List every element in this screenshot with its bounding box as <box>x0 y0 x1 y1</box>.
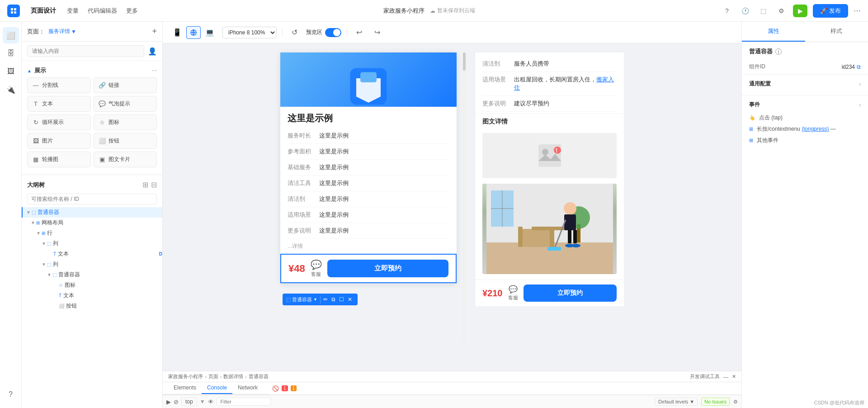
help-icon[interactable]: ? <box>721 5 733 17</box>
sp-kefu-text: 客服 <box>508 294 518 301</box>
tree-item-text1[interactable]: T 文本 D <box>22 249 162 259</box>
nav-more[interactable]: 更多 <box>126 7 138 15</box>
component-image[interactable]: 🖼 图片 <box>27 133 91 149</box>
tree-item-grid[interactable]: ▼ ⊞ 网格布局 <box>22 218 162 228</box>
search-input[interactable] <box>27 45 144 57</box>
dev-stop-icon[interactable]: ⊘ <box>174 399 179 405</box>
sp-value-cleaner: 服务人员携带 <box>514 60 617 68</box>
canvas-area: 这里是示例 服务时长 这里是示例 参考面积 这里是示例 <box>163 43 741 371</box>
info-label-tools: 清洁工具 <box>288 179 319 187</box>
dev-settings-icon[interactable]: ⚙ <box>733 399 738 405</box>
sp-book-button[interactable]: 立即预约 <box>524 285 617 302</box>
sp-photo-inner <box>482 184 617 274</box>
svg-rect-0 <box>11 8 13 10</box>
dev-play-icon[interactable]: ▶ <box>166 399 171 405</box>
device-select[interactable]: iPhone 8 100% <box>222 27 277 38</box>
right-tab-props[interactable]: 属性 <box>742 22 805 42</box>
publish-button[interactable]: 🚀 发布 <box>813 4 848 18</box>
refresh-icon[interactable]: ↺ <box>288 26 301 39</box>
component-button[interactable]: ⬜ 按钮 <box>94 133 157 149</box>
copy-id-icon[interactable]: ⧉ <box>857 64 861 70</box>
tree-item-text2[interactable]: T 文本 <box>22 290 162 301</box>
undo-icon[interactable]: ↩ <box>353 26 365 39</box>
mobile-device-btn[interactable]: 📱 <box>170 26 184 39</box>
component-link[interactable]: 🔗 链接 <box>94 77 157 93</box>
dev-tools-close-icon[interactable]: ✕ <box>732 374 736 380</box>
more-options-icon[interactable]: ⋯ <box>854 6 861 15</box>
canvas-scrollbar[interactable] <box>463 52 466 342</box>
tap-event: 👆 点击 (tap) <box>749 112 861 123</box>
outline-expand-icon[interactable]: ⊞ <box>142 180 148 189</box>
dev-ban-icon[interactable]: 🚫 <box>272 385 279 392</box>
redo-icon[interactable]: ↪ <box>371 26 383 39</box>
component-info-icon[interactable]: i <box>775 48 782 55</box>
component-divider[interactable]: — 分割线 <box>27 77 91 93</box>
info-row-more: 更多说明 这里是示例 <box>288 223 449 239</box>
tree-item-row[interactable]: ▼ ⊞ 行 <box>22 228 162 238</box>
responsive-device-btn[interactable] <box>186 26 201 39</box>
general-config-arrow: › <box>859 81 861 87</box>
default-levels[interactable]: Default levels ▼ <box>655 398 698 406</box>
tree-item-col1[interactable]: ▼ ⬚ 列 <box>22 238 162 249</box>
component-loop[interactable]: ↻ 循环展示 <box>27 114 91 130</box>
top-select[interactable]: top <box>181 397 197 406</box>
filter-input[interactable] <box>217 398 271 406</box>
nav-code-editor[interactable]: 代码编辑器 <box>88 7 117 15</box>
tree-item-btn[interactable]: ⬜ 按钮 <box>22 301 162 311</box>
component-tooltip[interactable]: 💬 气泡提示 <box>94 96 157 112</box>
tree-item-col2[interactable]: ▼ ⬚ 列 <box>22 259 162 270</box>
sp-bottom-bar: ¥210 💬 客服 立即预约 <box>475 280 624 306</box>
page-dropdown[interactable]: 服务详情 ▼ <box>48 28 76 35</box>
sidebar-data-icon[interactable]: 🗄 <box>3 45 19 62</box>
section-collapse-icon[interactable]: ⋯ <box>151 67 157 74</box>
template-icon[interactable]: ⬚ <box>757 5 769 17</box>
sidebar-plugin-icon[interactable]: 🔌 <box>3 81 19 98</box>
dev-tab-network[interactable]: Network <box>232 382 263 394</box>
tree-icon-container2: ⬚ <box>52 272 57 277</box>
sidebar-media-icon[interactable]: 🖼 <box>3 63 19 80</box>
top-bar-center: 家政服务小程序 ☁ 暂未保存到云端 <box>149 7 710 15</box>
dev-tab-elements[interactable]: Elements <box>168 382 202 394</box>
component-text[interactable]: T 文本 <box>27 96 91 112</box>
paste-icon[interactable]: ☐ <box>338 295 345 304</box>
tap-event-icon: 👆 <box>749 115 755 121</box>
book-button[interactable]: 立即预约 <box>327 260 448 277</box>
copy-sel-icon[interactable]: ⧉ <box>330 295 336 304</box>
component-icon[interactable]: ☆ 图标 <box>94 114 157 130</box>
info-value-basic: 这里是示例 <box>319 163 449 171</box>
general-config-header[interactable]: 通用配置 › <box>749 78 861 91</box>
tree-item-icon[interactable]: ☆ 图标 <box>22 280 162 290</box>
outline-collapse-icon[interactable]: ⊟ <box>151 180 157 189</box>
edit-icon[interactable]: ✏ <box>322 295 329 304</box>
delete-icon[interactable]: ✕ <box>347 295 353 304</box>
play-icon[interactable]: ▶ <box>793 5 807 17</box>
component-card[interactable]: ▣ 图文卡片 <box>94 152 157 167</box>
component-carousel[interactable]: ▦ 轮播图 <box>27 152 91 167</box>
preview-switch[interactable] <box>325 28 341 37</box>
events-header[interactable]: 事件 › <box>749 99 861 112</box>
nav-variable[interactable]: 变量 <box>67 7 79 15</box>
add-page-button[interactable]: + <box>152 27 157 36</box>
dev-tab-console[interactable]: Console <box>202 382 232 394</box>
tree-item-container2[interactable]: ▼ ⬚ 普通容器 <box>22 270 162 280</box>
phone-mockup-container: 这里是示例 服务时长 这里是示例 参考面积 这里是示例 <box>280 52 457 283</box>
tree-item-container[interactable]: ▼ ⬚ 普通容器 <box>22 207 162 218</box>
info-value-scene: 这里是示例 <box>319 211 449 219</box>
info-value-cleaner: 这里是示例 <box>319 195 449 203</box>
sp-kefu-btn[interactable]: 💬 客服 <box>508 285 518 301</box>
clock-icon[interactable]: 🕐 <box>739 5 751 17</box>
bottom-bar[interactable]: ¥48 💬 客服 立即预约 <box>280 254 457 283</box>
section-header[interactable]: ▲ 展示 ⋯ <box>22 65 162 77</box>
dev-tools-min-icon[interactable]: — <box>723 374 728 380</box>
kefu-button[interactable]: 💬 客服 <box>311 259 322 278</box>
right-tab-style[interactable]: 样式 <box>805 22 868 42</box>
sidebar-pages-icon[interactable]: ⬜ <box>3 27 19 43</box>
outline-search-input[interactable] <box>27 194 157 204</box>
settings-icon[interactable]: ⚙ <box>775 5 788 17</box>
sidebar-help-icon[interactable]: ? <box>3 386 19 403</box>
loop-icon: ↻ <box>32 119 39 126</box>
preview-toggle: 预览区 <box>306 28 341 37</box>
selection-icons: ✏ ⧉ ☐ ✕ <box>321 294 355 304</box>
tablet-device-btn[interactable]: 💻 <box>203 26 217 39</box>
dev-eye-icon[interactable]: 👁 <box>208 399 214 405</box>
